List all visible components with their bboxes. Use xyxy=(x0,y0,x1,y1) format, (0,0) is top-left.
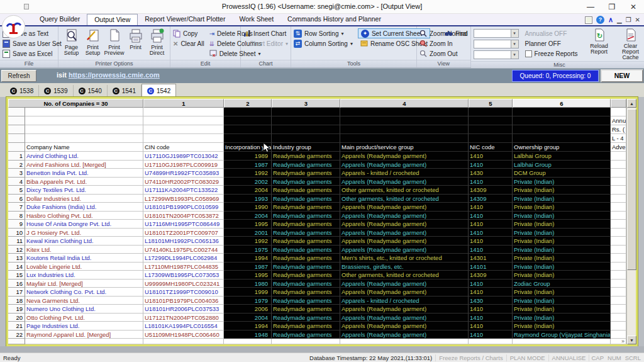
menu-report-viewer[interactable]: Report Viewer/Chart Plotter xyxy=(138,14,232,25)
ownership-group-cell[interactable]: Private (Indian) xyxy=(513,186,611,195)
save-as-excel-button[interactable]: Save as Excel xyxy=(3,48,55,59)
table-cell[interactable] xyxy=(272,116,340,125)
incorporation-year-cell[interactable]: 1995 xyxy=(224,220,272,229)
table-cell[interactable] xyxy=(8,143,25,152)
table-cell[interactable] xyxy=(611,203,626,212)
table-cell[interactable] xyxy=(143,134,224,143)
main-product-cell[interactable]: Other garments, knitted or crocheted xyxy=(340,195,469,203)
table-cell[interactable]: CIN code xyxy=(143,143,224,152)
row-number[interactable]: 5 xyxy=(8,186,25,195)
cin-code-cell[interactable]: L18101MH1992PLC065136 xyxy=(143,237,224,246)
menu-query-builder[interactable]: Query Builder xyxy=(33,14,87,25)
ownership-group-cell[interactable]: DCM Group xyxy=(513,169,611,178)
table-cell[interactable] xyxy=(143,116,224,125)
main-product-cell[interactable]: Brassieres, girdles, etc. xyxy=(340,263,469,271)
industry-group-cell[interactable]: Readymade garments xyxy=(272,254,340,263)
row-number[interactable]: 9 xyxy=(8,220,25,229)
table-cell[interactable] xyxy=(611,322,626,331)
industry-group-cell[interactable]: Readymade garments xyxy=(272,271,340,280)
table-cell[interactable] xyxy=(611,108,626,116)
insert-chart-button[interactable]: Insert Chart xyxy=(243,28,288,38)
table-cell[interactable]: Main product/service group xyxy=(340,143,469,152)
industry-group-cell[interactable]: Readymade garments xyxy=(272,246,340,254)
table-cell[interactable] xyxy=(611,280,626,288)
table-cell[interactable] xyxy=(611,314,626,322)
table-cell[interactable] xyxy=(224,116,272,125)
row-number[interactable]: 11 xyxy=(8,237,25,246)
ownership-group-cell[interactable]: Zodiac Group xyxy=(513,280,611,288)
nic-code-cell[interactable]: 14101 xyxy=(469,263,513,271)
chart-editor-button[interactable]: Chart Editor ▾ xyxy=(243,38,288,48)
ownership-group-cell[interactable]: Private (Indian) xyxy=(513,314,611,322)
table-cell[interactable] xyxy=(513,116,611,125)
main-product-cell[interactable]: Apparels - knitted / crocheted xyxy=(340,297,469,305)
main-product-cell[interactable]: Apparels (Readymade garment) xyxy=(340,237,469,246)
column-number-header[interactable]: 4 xyxy=(340,99,469,108)
reload-report-button[interactable]: ↻ Reload Report xyxy=(587,28,612,61)
ownership-group-cell[interactable]: Private (Indian) xyxy=(513,178,611,186)
companies-count-header[interactable]: No. of Companies = 30 xyxy=(8,99,143,108)
table-cell[interactable] xyxy=(272,134,340,143)
nic-code-cell[interactable]: 1410 xyxy=(469,322,513,331)
industry-group-cell[interactable]: Readymade garments xyxy=(272,331,340,339)
menu-commands-history[interactable]: Commands History and Planner xyxy=(280,14,388,25)
cin-code-cell[interactable]: U17110GJ1987PLC009919 xyxy=(143,161,224,169)
main-product-cell[interactable]: Apparels (Readymade garment) xyxy=(340,314,469,322)
row-number[interactable]: 3 xyxy=(8,169,25,178)
child-restore-button[interactable]: ❐ xyxy=(626,16,631,23)
incorporation-year-cell[interactable]: 1975 xyxy=(224,246,272,254)
clear-report-cache-button[interactable]: Clear Report Cache xyxy=(616,28,644,61)
row-number[interactable]: 10 xyxy=(8,229,25,237)
row-number[interactable]: 16 xyxy=(8,280,25,288)
company-name-cell[interactable]: Page Industries Ltd. xyxy=(25,322,143,331)
table-cell[interactable] xyxy=(611,237,626,246)
industry-group-cell[interactable]: Readymade garments xyxy=(272,195,340,203)
cin-code-cell[interactable]: U74110HR2002PTC083029 xyxy=(143,178,224,186)
company-name-cell[interactable]: Raymond Apparel Ltd. [Merged] xyxy=(25,331,143,339)
cin-code-cell[interactable]: U18101TN2004PTC053872 xyxy=(143,212,224,220)
cin-code-cell[interactable]: L17299WB1993PLC058969 xyxy=(143,195,224,203)
freeze-reports-checkbox[interactable]: Freeze Reports xyxy=(525,48,578,59)
column-number-header[interactable]: 5 xyxy=(469,99,513,108)
row-number[interactable]: 19 xyxy=(8,305,25,314)
company-name-cell[interactable]: Biba Apparels Pvt. Ltd. xyxy=(25,178,143,186)
row-sorting-button[interactable]: ⇅ Row Sorting ▾ xyxy=(294,28,353,38)
nic-code-cell[interactable]: 1410 xyxy=(469,280,513,288)
main-product-cell[interactable]: Apparels (Readymade garment) xyxy=(340,161,469,169)
table-cell[interactable] xyxy=(611,229,626,237)
print-setup-button[interactable]: Print Setup xyxy=(82,28,103,60)
table-cell[interactable] xyxy=(611,178,626,186)
table-cell[interactable] xyxy=(611,220,626,229)
zoom-out-button[interactable]: Zoom Out xyxy=(419,48,468,59)
company-name-cell[interactable]: Dollar Industries Ltd. xyxy=(25,195,143,203)
nic-code-cell[interactable]: 1410 xyxy=(469,246,513,254)
nic-code-cell[interactable]: 1410 xyxy=(469,203,513,212)
industry-group-cell[interactable]: Readymade garments xyxy=(272,297,340,305)
close-button[interactable]: ✕ xyxy=(623,0,644,14)
industry-group-cell[interactable]: Readymade garments xyxy=(272,280,340,288)
table-cell[interactable] xyxy=(25,125,143,134)
ownership-group-cell[interactable]: Private (Indian) xyxy=(513,203,611,212)
table-cell[interactable] xyxy=(611,254,626,263)
nic-code-cell[interactable]: 14309 xyxy=(469,271,513,280)
table-cell[interactable]: Industry group xyxy=(272,143,340,152)
company-name-cell[interactable]: Hasbro Clothing Pvt. Ltd. xyxy=(25,212,143,220)
ownership-group-cell[interactable]: Private (Indian) xyxy=(513,195,611,203)
main-product-cell[interactable]: Other garments, knitted or crocheted xyxy=(340,271,469,280)
table-cell[interactable] xyxy=(469,125,513,134)
row-number[interactable]: 17 xyxy=(8,288,25,297)
nic-code-cell[interactable]: 1410 xyxy=(469,237,513,246)
row-number[interactable]: 14 xyxy=(8,263,25,271)
misc-combo-1[interactable]: ▾ xyxy=(474,29,519,38)
table-cell[interactable] xyxy=(143,125,224,134)
ownership-group-cell[interactable]: Lalbhai Group xyxy=(513,161,611,169)
cin-code-cell[interactable]: U74899HR1992FTC035893 xyxy=(143,169,224,178)
incorporation-year-cell[interactable]: 1980 xyxy=(224,280,272,288)
print-direct-button[interactable]: Print Direct xyxy=(147,28,167,60)
industry-group-cell[interactable]: Readymade garments xyxy=(272,186,340,195)
company-name-cell[interactable]: Mayfair Ltd. [Merged] xyxy=(25,280,143,288)
table-cell[interactable] xyxy=(611,263,626,271)
table-cell[interactable] xyxy=(340,134,469,143)
ownership-group-cell[interactable]: Private (Indian) xyxy=(513,246,611,254)
cin-code-cell[interactable]: U18101TZ2001PTC009707 xyxy=(143,229,224,237)
